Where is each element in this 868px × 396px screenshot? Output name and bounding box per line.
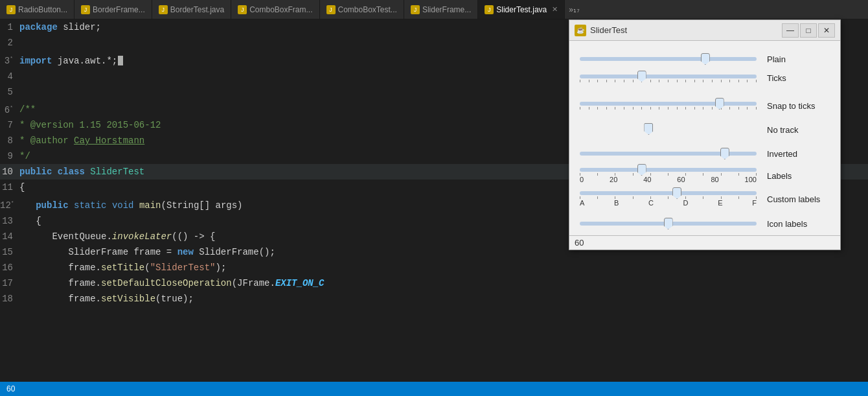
slider-row-snap: Snap to ticks [569,94,840,117]
tab-bordertest[interactable]: J BorderTest.java [152,0,231,19]
tab-label: SliderTest.java [496,5,547,14]
line-content-16: frame.setTitle("SliderTest"); [19,260,868,275]
line-num-13: 13 [0,213,19,229]
swing-body: Plain [569,41,840,235]
maximize-button[interactable]: □ [800,23,817,38]
num-label-0: 0 [580,176,584,183]
swing-window: ☕ SliderTest — □ ✕ Plain [569,19,841,250]
tab-icon: J [81,5,90,14]
line-num-6: 6* [0,100,19,118]
line-num-16: 16 [0,260,19,275]
slider-icon-label: Icon labels [767,219,807,229]
tab-comboboxframe[interactable]: J ComboBoxFram... [231,0,319,19]
slider-ticks[interactable] [576,75,760,82]
line-num-11: 11 [0,180,19,195]
code-line-18: 18 frame.setVisible(true); [0,291,868,307]
swing-window-title: SliderTest [590,25,781,35]
tab-bar: J RadioButton... J BorderFrame... J Bord… [0,0,868,19]
slider-icon-thumb [664,218,673,229]
slider-snap-track [580,102,757,106]
slider-labels-track [580,168,757,172]
slider-custom-track [580,191,757,195]
slider-alpha-labels: A B C D E F [576,199,760,207]
tab-radiobutton[interactable]: J RadioButton... [0,0,74,19]
code-line-17: 17 frame.setDefaultCloseOperation(JFrame… [0,275,868,291]
slider-notrack-thumb [644,123,653,135]
slider-plain[interactable] [576,57,760,61]
alpha-label-c: C [648,199,654,207]
line-content-18: frame.setVisible(true); [19,291,868,307]
status-value: 60 [6,384,15,393]
tab-slidertest[interactable]: J SliderTest.java ✕ [478,0,565,19]
line-num-10: 10 [0,164,19,180]
slider-custom[interactable]: A B C D E F [576,191,760,207]
tab-overflow[interactable]: »₁₇ [565,5,584,14]
alpha-label-f: F [752,199,757,207]
slider-plain-thumb [701,53,710,65]
line-num-18: 18 [0,291,19,307]
minimize-button[interactable]: — [782,23,799,38]
swing-titlebar: ☕ SliderTest — □ ✕ [569,20,840,41]
code-line-16: 16 frame.setTitle("SliderTest"); [0,260,868,275]
slider-row-ticks: Ticks [569,71,840,94]
alpha-label-e: E [718,199,722,207]
slider-labels[interactable]: 0 20 40 60 80 100 [576,168,760,183]
num-label-80: 80 [711,176,718,183]
line-num-4: 4 [0,69,19,84]
tab-borderframe[interactable]: J BorderFrame... [74,0,152,19]
tab-sliderframe[interactable]: J SliderFrame... [404,0,478,19]
tab-label: BorderTest.java [170,5,224,14]
num-label-20: 20 [610,176,617,183]
num-label-60: 60 [677,176,685,183]
line-num-12: 12* [0,195,19,213]
bottom-value: 60 [569,235,840,250]
slider-ticks-track [580,75,757,78]
swing-window-icon: ☕ [575,25,586,36]
slider-inverted-thumb [720,148,729,159]
tab-icon: J [326,5,336,14]
line-num-9: 9 [0,148,19,164]
slider-labels-nums: 0 20 40 60 80 100 [576,176,760,183]
line-num-1: 1 [0,19,19,35]
slider-plain-label: Plain [767,54,786,64]
slider-row-labels: 0 20 40 60 80 100 Labels [569,165,840,189]
tab-label: ComboBoxFram... [249,5,312,14]
tab-icon: J [411,5,420,14]
slider-row-inverted: Inverted [569,142,840,165]
slider-inverted-track [580,152,757,156]
slider-row-custom: A B C D E F Custom labels [569,189,840,212]
tab-label: SliderFrame... [422,5,471,14]
main-area: 1 package slider; 2 3* import java.awt.*… [0,19,868,382]
close-button[interactable]: ✕ [818,23,835,38]
line-num-8: 8 [0,133,19,148]
alpha-label-a: A [580,199,584,207]
slider-labels-label: Labels [767,171,792,181]
slider-ticks-label: Ticks [767,73,786,83]
slider-plain-track [580,57,757,61]
tab-comboboxtest[interactable]: J ComboBoxTest... [320,0,404,19]
status-bar: 60 [0,382,868,396]
line-num-7: 7 [0,117,19,133]
tab-icon: J [6,5,16,14]
tab-close-icon[interactable]: ✕ [552,5,558,14]
alpha-label-b: B [614,199,619,207]
line-num-15: 15 [0,244,19,260]
num-label-40: 40 [643,176,651,183]
slider-row-icon: Icon labels [569,212,840,235]
slider-snap[interactable] [576,102,760,110]
tab-label: ComboBoxTest... [338,5,397,14]
slider-row-notrack: No track [569,117,840,142]
slider-notrack-label: No track [767,125,798,135]
line-num-2: 2 [0,35,19,51]
alpha-label-d: D [683,199,689,207]
line-num-17: 17 [0,275,19,291]
slider-inverted[interactable] [576,152,760,156]
slider-notrack[interactable] [576,120,760,139]
slider-icon-track [580,222,757,226]
num-label-100: 100 [745,176,757,183]
slider-snap-label: Snap to ticks [767,101,815,111]
slider-row-plain: Plain [569,47,840,71]
slider-icon[interactable] [576,222,760,226]
tab-icon: J [238,5,247,14]
tab-label: RadioButton... [18,5,67,14]
